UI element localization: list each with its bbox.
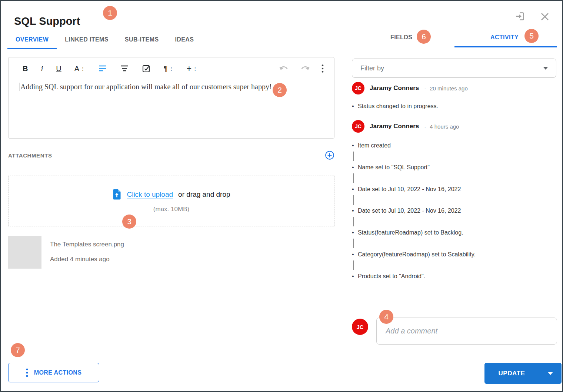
- paragraph-format-button[interactable]: ¶: [164, 64, 174, 73]
- align-center-icon: [120, 65, 129, 72]
- tab-overview[interactable]: OVERVIEW: [7, 32, 57, 49]
- activity-entry: • Category(featureRoadmap) set to Scalab…: [352, 251, 476, 258]
- upload-instruction: Click to upload or drag and drop: [112, 189, 230, 200]
- italic-button[interactable]: i: [41, 64, 43, 73]
- activity-connector: [353, 195, 354, 205]
- annotation-badge-3: 3: [122, 215, 136, 229]
- attachment-thumbnail[interactable]: [8, 236, 41, 269]
- item-detail-dialog: SQL Support OVERVIEW LINKED ITEMS SUB-IT…: [0, 0, 563, 392]
- activity-author: Jaramy Conners: [370, 84, 419, 92]
- undo-button[interactable]: [279, 65, 289, 73]
- align-center-button[interactable]: [120, 65, 129, 72]
- activity-entry: • Date set to Jul 10, 2022 - Nov 16, 202…: [352, 207, 461, 214]
- add-comment-input[interactable]: [376, 318, 557, 345]
- editor-toolbar-right: [279, 64, 324, 73]
- bullet-icon: •: [352, 251, 358, 258]
- tab-fields[interactable]: FIELDS: [390, 34, 412, 41]
- bullet-icon: •: [352, 103, 358, 110]
- avatar: JC: [352, 82, 364, 94]
- upload-file-icon: [112, 189, 121, 200]
- editor-overflow-menu-button[interactable]: [322, 64, 324, 73]
- upload-link[interactable]: Click to upload: [127, 190, 173, 199]
- close-button[interactable]: [540, 12, 550, 21]
- activity-entry: • Name set to "SQL Support": [352, 164, 430, 171]
- annotation-badge-7: 7: [11, 343, 25, 357]
- add-attachment-button[interactable]: [325, 150, 334, 160]
- attachment-meta: The Templates screen.png Added 4 minutes…: [50, 236, 124, 269]
- attachment-item: The Templates screen.png Added 4 minutes…: [8, 236, 124, 269]
- activity-group-header: JC Jaramy Conners 20 minutes ago: [352, 82, 468, 94]
- editor-toolbar: B i U A ¶ +: [23, 63, 197, 74]
- description-editor: B i U A ¶ +: [8, 57, 334, 139]
- update-button[interactable]: UPDATE: [484, 363, 539, 384]
- tab-ideas[interactable]: IDEAS: [167, 32, 202, 49]
- redo-icon: [300, 65, 310, 73]
- tab-linked-items[interactable]: LINKED ITEMS: [57, 32, 117, 49]
- activity-timestamp: 4 hours ago: [424, 123, 459, 130]
- bullet-icon: •: [352, 229, 358, 236]
- activity-connector: [353, 217, 354, 226]
- underline-button[interactable]: U: [56, 64, 61, 73]
- activity-timestamp: 20 minutes ago: [424, 85, 468, 92]
- activity-connector: [353, 239, 354, 248]
- open-full-view-icon: [515, 11, 526, 22]
- upload-suffix: or drag and drop: [178, 190, 230, 199]
- bullet-icon: •: [352, 142, 358, 149]
- activity-entry: • Status changed to in progress.: [352, 103, 438, 110]
- checklist-icon: [142, 64, 151, 73]
- activity-entry: • Products set to "Android".: [352, 273, 425, 280]
- bullet-icon: •: [352, 164, 358, 171]
- bold-button[interactable]: B: [23, 64, 28, 73]
- expand-icon[interactable]: [515, 11, 526, 22]
- attachments-header: ATTACHMENTS: [8, 150, 334, 160]
- bullet-icon: •: [352, 207, 358, 214]
- activity-connector: [353, 173, 354, 183]
- tab-activity[interactable]: ACTIVITY: [490, 34, 519, 41]
- undo-icon: [279, 65, 289, 73]
- activity-group-header: JC Jaramy Conners 4 hours ago: [352, 120, 459, 133]
- kebab-vertical-icon: [322, 64, 324, 73]
- tab-sub-items[interactable]: SUB-ITEMS: [117, 32, 167, 49]
- bullet-icon: •: [352, 186, 358, 193]
- activity-connector: [353, 260, 354, 270]
- avatar: JC: [352, 319, 368, 335]
- more-actions-button[interactable]: MORE ACTIONS: [8, 363, 99, 382]
- filter-by-select[interactable]: Filter by: [352, 59, 556, 78]
- update-split-button: UPDATE: [484, 363, 562, 384]
- annotation-badge-2: 2: [273, 83, 287, 97]
- attachment-name: The Templates screen.png: [50, 241, 124, 248]
- filter-by-label: Filter by: [360, 64, 543, 72]
- align-left-icon: [98, 65, 107, 72]
- kebab-vertical-icon: [26, 368, 28, 378]
- upload-dropzone[interactable]: Click to upload or drag and drop (max. 1…: [8, 176, 334, 226]
- checklist-button[interactable]: [142, 64, 151, 73]
- avatar: JC: [352, 120, 364, 133]
- chevron-down-icon: [543, 67, 548, 70]
- panel-divider: [344, 27, 344, 353]
- annotation-badge-4: 4: [379, 310, 393, 324]
- more-actions-label: MORE ACTIONS: [34, 369, 82, 376]
- bullet-icon: •: [352, 273, 358, 280]
- annotation-badge-6: 6: [417, 30, 431, 44]
- font-style-button[interactable]: A: [74, 64, 85, 73]
- close-icon: [540, 12, 550, 21]
- activity-entry: • Item created: [352, 142, 391, 149]
- insert-button[interactable]: +: [187, 64, 197, 73]
- activity-author: Jaramy Conners: [370, 123, 419, 130]
- detail-tabs: OVERVIEW LINKED ITEMS SUB-ITEMS IDEAS: [7, 32, 202, 49]
- update-dropdown-button[interactable]: [539, 363, 562, 384]
- description-text: Adding SQL support for our application w…: [20, 83, 272, 91]
- attachment-added-time: Added 4 minutes ago: [50, 256, 124, 263]
- page-title: SQL Support: [14, 15, 80, 27]
- attachments-title: ATTACHMENTS: [8, 152, 52, 159]
- activity-entry: • Date set to Jul 10, 2022 - Nov 16, 202…: [352, 186, 461, 193]
- align-left-button[interactable]: [98, 65, 107, 72]
- annotation-badge-1: 1: [103, 6, 117, 20]
- redo-button[interactable]: [300, 65, 310, 73]
- upload-size-limit: (max. 10MB): [153, 206, 189, 213]
- chevron-down-icon: [548, 372, 553, 375]
- annotation-badge-5: 5: [524, 29, 539, 43]
- activity-connector: [353, 152, 354, 161]
- active-tab-indicator: [454, 46, 557, 47]
- plus-circle-icon: [325, 150, 334, 160]
